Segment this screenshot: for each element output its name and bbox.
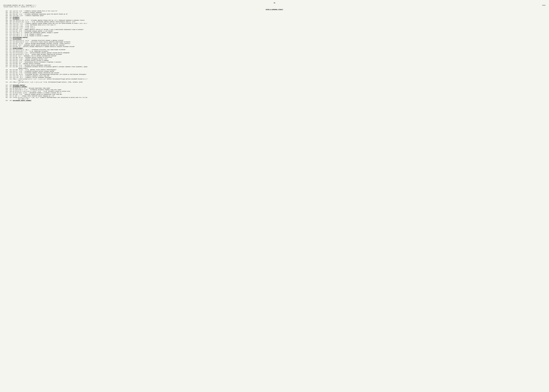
page-number: 21 (3, 2, 546, 4)
row-desc: С111-411' 2' ' СТОИМОСТЬ ОКОННЫХ ПРИБОРО… (13, 12, 546, 14)
row-num1: 137 (3, 66, 8, 68)
table-row: 124124Е15-545' 67' ' ОКРАСИТЬ БОКОВЫЕ ПО… (3, 46, 546, 48)
row-desc: С111-448-1' 8' ' ТО ЖЕ, ВХОДНЫХ В КОМНАТ… (13, 34, 546, 35)
row-num1: 131 (3, 57, 8, 58)
row-desc: Е15-210(А1=34,6)' 19,22' ' НАРУЖНАЯ ШТУК… (13, 40, 546, 41)
row-num2: 114 (8, 30, 13, 32)
row-desc: П2#ОТАЕЛОЧНЫЕ РАБОТЫ#* (13, 37, 546, 38)
table-row: 115115С111-446-1' 2' ' ПРИБОРЫ ДЛЯ ОДНОП… (3, 32, 546, 34)
table-row: 154154СТ#ССЦ СТР.80 П.9-221(=1)' 0,06' 5… (3, 97, 546, 100)
row-num1: 106 (3, 17, 8, 18)
row-num1: 147 (3, 86, 8, 88)
row-desc: Е7-199' 1' ' УКЛАДКА ПЛИТЫ ПОКРЫТИЯ КАНА… (13, 95, 546, 97)
row-num2: 113 (8, 29, 13, 30)
row-num2: 102 (8, 10, 13, 12)
row-num1: 146 (3, 84, 8, 86)
row-desc: С122-359' 3,64' ' СТОИМОСТЬ ПОДОКОННЫХ Д… (13, 15, 546, 17)
table-row: 104104Е10-103' 1,32' ' УСТАНОВКА ДЕРЕВЯН… (3, 14, 546, 15)
row-num1: 130 (3, 55, 8, 57)
row-num1: 122 (3, 43, 8, 44)
row-num2: 115 (8, 32, 13, 34)
row-num2: 128 (8, 52, 13, 54)
row-desc: Е15-82' 42,5' ' ОБЛИЦОВКА СТЕН ПО КИРПИЧ… (13, 55, 546, 57)
row-desc: С111-764' 15,2' ' СТОИМОСТЬ ОКОННОГО СТЕ… (13, 75, 546, 77)
row-desc: Е10-107(А1=2,18)' 19,28' ' ТО ЖЕ, ВНУТРЕ… (13, 21, 546, 23)
row-num1: 141 (3, 74, 8, 75)
table-row: 135135Е15-502' 49' ' КЛЕЕВАЯ ОКРАСКА ПОТ… (3, 63, 546, 65)
row-num2: 119 (8, 38, 13, 40)
table-row: 153153Е7-199' 1' ' УКЛАДКА ПЛИТЫ ПОКРЫТИ… (3, 95, 546, 97)
header-project: Типовой проект 503-6-4. Альбом УП.37 час… (3, 6, 36, 7)
row-desc: С122-218' 7,24' ' ТО ЖЕ, ВНУТРЕННИХ МАРК… (13, 24, 546, 26)
row-num2: 125 (8, 48, 13, 49)
row-num2: 122 (8, 43, 13, 44)
row-num1: 109 (3, 23, 8, 24)
row-num2: 146 (8, 84, 13, 86)
row-num2: 137 (8, 66, 13, 68)
row-desc: П2#НАРУЖНЫЕ#* (13, 38, 546, 40)
row-desc: СТ#ССЦ СТР.80 П.9-221(=1)' 0,06' 51,6' С… (13, 97, 546, 100)
table-row: 121121Е15-201(А1=85,3)' 11,5' ' ШТУКАТУР… (3, 41, 546, 43)
row-num2: 136 (8, 65, 13, 66)
table-row: 148148Е8-10(А1=10,7)' 0,2' ' ПЕСЧАНАЯ ПО… (3, 88, 546, 89)
row-num2: 109 (8, 23, 13, 24)
row-num1: 123 (3, 44, 8, 46)
row-num1: 119 (3, 38, 8, 40)
row-desc: С122-217' 5,60' ' ТО ЖЕ. АГ21-7* (13, 26, 546, 28)
row-desc: Е10-129' 0,78' ' ОСТЕКЛЕНИЕ ВХОДНЫХ ДВЕР… (13, 30, 546, 32)
row-num2: 135 (8, 63, 13, 65)
row-desc: Е15-579' 1,65' ' МАСЛЯНАЯ ОКРАСКА ПОТОЛК… (13, 60, 546, 62)
row-num2: 106 (8, 17, 13, 18)
row-num2: 117 (8, 35, 13, 37)
row-num1: 150 (3, 91, 8, 92)
table-row: 146146П2#РАЗНЫЕ РАБОТЫ#* (3, 84, 546, 86)
row-num1: 127 (3, 51, 8, 52)
table-row: 107107П2#АВЕРИ#* (3, 18, 546, 20)
row-num1: 120 (3, 40, 8, 41)
row-num2: 116 (8, 34, 13, 35)
table-row: 119119П2#НАРУЖНЫЕ#* (3, 38, 546, 40)
row-num2: 127 (8, 51, 13, 52)
row-num2: 141 (8, 74, 13, 75)
row-num1: 110 (3, 24, 8, 26)
table-row: 122122Е15-537' 15,34' ' ОКРАСКА ФАСАДОВ … (3, 43, 546, 44)
row-num1: 155 (3, 100, 8, 101)
row-desc: С122-273' 3,72' ' СТОИМОСТЬ ДВЕРНЫХ БЛОК… (13, 23, 546, 24)
row-num2: 131 (8, 57, 13, 58)
row-desc: Е15-502' 49' ' КЛЕЕВАЯ ОКРАСКА ПОТОЛКОВ* (13, 63, 546, 65)
row-num1: 132 (3, 58, 8, 60)
row-desc: Е15-659' 11,6' ' ЭМУЛЬСИОННАЯ ОКРАСКА ПО… (13, 62, 546, 63)
row-num1: 148 (3, 88, 8, 89)
row-num1: 154 (3, 97, 8, 98)
table-row: 152152Е34-804' 7,34' ' ПОКРЫТИЕ ПРИЯМКА … (3, 94, 546, 95)
row-num1: 136 (3, 65, 8, 66)
row-desc: С111-448-1' 4' ' ТО #Ф, ВХОДНЫХ В САНУЗЛ… (13, 35, 546, 37)
row-desc: Е15-502' 1,234' ' КЛЕЕВАЯ УЛУЧШЕННАЯ ОКР… (13, 58, 546, 60)
row-num2: 150 (8, 91, 13, 92)
row-desc: Е6-84(А1=355)' 0,079' ' ОБРАМЛЕНИЕ ПРИЯМ… (13, 92, 546, 94)
table-row: 118118П2#ОТАЕЛОЧНЫЕ РАБОТЫ#* (3, 37, 546, 38)
row-num1: 108 (3, 21, 8, 23)
row-num1: 124 (3, 46, 8, 48)
row-num2: 124 (8, 46, 13, 48)
row-num2: 111 (8, 26, 13, 28)
row-num2: 132 (8, 58, 13, 60)
table-row: 143143С111-764' 15,2' ' СТОИМОСТЬ УПРУГИ… (3, 77, 546, 78)
row-desc: Е10-103' 1,32' ' УСТАНОВКА ДЕРЕВЯННЫХ ПО… (13, 14, 546, 15)
row-num2: 139 (8, 71, 13, 72)
row-num2: 108 (8, 20, 13, 21)
row-desc: П2#ВНУТРЕННИЕ#* (13, 48, 546, 49)
row-num2: 118 (8, 37, 13, 38)
table-row: 103103С111-411' 2' ' СТОИМОСТЬ ОКОННЫХ П… (3, 12, 546, 14)
table-row: 125125П2#ВНУТРЕННИЕ#* (3, 48, 546, 49)
row-num2: 112 (8, 28, 13, 29)
table-row: 131131Е15 568' 84,34' ' МАСЛЯНАЯ ОКРАСКА… (3, 57, 546, 58)
row-desc: Е8-10(А1=10,7)' 0,2' ' ПЕСЧАНАЯ ПОДГОТОВ… (13, 88, 546, 89)
table-row: 149149Е6-225(А1=60,7)' 0,31' ' УСТРОЙСТВ… (3, 89, 546, 91)
row-num2: 155 (8, 100, 13, 101)
row-num1: 115 (3, 32, 8, 34)
row-desc: Е15-566' 19,28' ' ТО ЖЕ, ДВЕРНЫХ ГЛУХИХ … (13, 69, 546, 71)
row-num1: 102 (3, 10, 8, 12)
row-num1: 105 (3, 15, 8, 17)
row-num2: 121 (8, 41, 13, 43)
